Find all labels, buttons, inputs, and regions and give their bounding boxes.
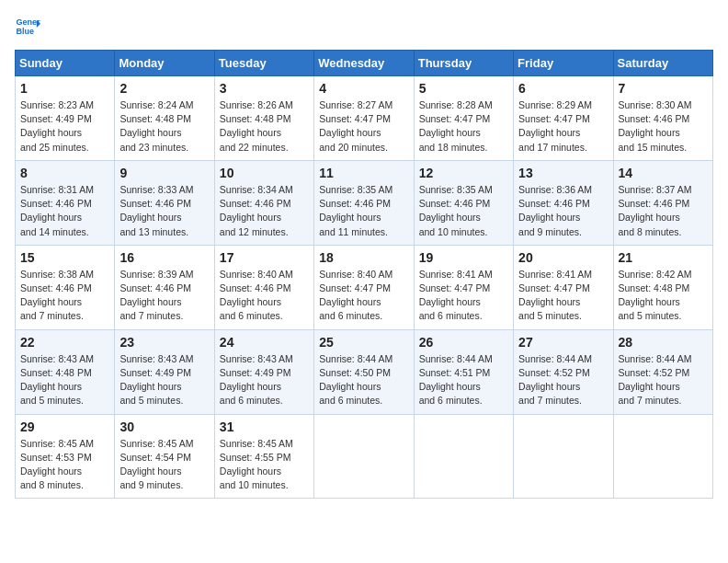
calendar-header-sunday: Sunday — [16, 51, 115, 76]
calendar-cell: 14Sunrise: 8:37 AMSunset: 4:46 PMDayligh… — [613, 160, 712, 245]
calendar-cell: 7Sunrise: 8:30 AMSunset: 4:46 PMDaylight… — [613, 76, 712, 161]
day-number: 21 — [619, 250, 708, 265]
calendar-table: SundayMondayTuesdayWednesdayThursdayFrid… — [15, 50, 713, 499]
day-number: 28 — [619, 335, 708, 350]
calendar-cell: 1Sunrise: 8:23 AMSunset: 4:49 PMDaylight… — [16, 76, 115, 161]
calendar-cell: 6Sunrise: 8:29 AMSunset: 4:47 PMDaylight… — [514, 76, 613, 161]
day-number: 6 — [518, 81, 608, 96]
calendar-cell: 28Sunrise: 8:44 AMSunset: 4:52 PMDayligh… — [613, 329, 712, 414]
calendar-cell: 22Sunrise: 8:43 AMSunset: 4:48 PMDayligh… — [16, 329, 115, 414]
day-info: Sunrise: 8:44 AMSunset: 4:52 PMDaylight … — [619, 352, 708, 408]
day-number: 9 — [119, 166, 209, 180]
calendar-cell: 18Sunrise: 8:40 AMSunset: 4:47 PMDayligh… — [314, 245, 414, 329]
calendar-cell: 8Sunrise: 8:31 AMSunset: 4:46 PMDaylight… — [16, 160, 115, 245]
day-info: Sunrise: 8:34 AMSunset: 4:46 PMDaylight … — [220, 183, 309, 239]
logo: General Blue — [15, 15, 44, 40]
calendar-cell: 5Sunrise: 8:28 AMSunset: 4:47 PMDaylight… — [414, 76, 513, 161]
calendar-week-row: 29Sunrise: 8:45 AMSunset: 4:53 PMDayligh… — [16, 414, 713, 499]
day-info: Sunrise: 8:35 AMSunset: 4:46 PMDaylight … — [319, 183, 408, 239]
calendar-cell — [514, 414, 613, 499]
calendar-cell: 27Sunrise: 8:44 AMSunset: 4:52 PMDayligh… — [514, 329, 613, 414]
day-number: 30 — [119, 419, 209, 434]
day-number: 24 — [220, 335, 309, 350]
day-number: 31 — [220, 419, 309, 434]
calendar-cell: 2Sunrise: 8:24 AMSunset: 4:48 PMDaylight… — [115, 76, 214, 161]
calendar-cell: 9Sunrise: 8:33 AMSunset: 4:46 PMDaylight… — [115, 160, 214, 245]
calendar-cell: 16Sunrise: 8:39 AMSunset: 4:46 PMDayligh… — [115, 245, 214, 329]
day-info: Sunrise: 8:44 AMSunset: 4:50 PMDaylight … — [319, 352, 408, 408]
day-info: Sunrise: 8:24 AMSunset: 4:48 PMDaylight … — [119, 98, 209, 155]
day-info: Sunrise: 8:42 AMSunset: 4:48 PMDaylight … — [619, 268, 708, 324]
day-info: Sunrise: 8:27 AMSunset: 4:47 PMDaylight … — [319, 98, 408, 155]
day-info: Sunrise: 8:43 AMSunset: 4:49 PMDaylight … — [119, 352, 209, 408]
day-number: 3 — [220, 81, 309, 96]
calendar-cell: 15Sunrise: 8:38 AMSunset: 4:46 PMDayligh… — [16, 245, 115, 329]
calendar-header-tuesday: Tuesday — [214, 51, 313, 76]
day-info: Sunrise: 8:28 AMSunset: 4:47 PMDaylight … — [419, 98, 508, 155]
calendar-cell: 12Sunrise: 8:35 AMSunset: 4:46 PMDayligh… — [414, 160, 513, 245]
calendar-week-row: 1Sunrise: 8:23 AMSunset: 4:49 PMDaylight… — [16, 76, 713, 161]
day-number: 17 — [220, 250, 309, 265]
calendar-header-row: SundayMondayTuesdayWednesdayThursdayFrid… — [16, 51, 713, 76]
day-info: Sunrise: 8:37 AMSunset: 4:46 PMDaylight … — [619, 183, 708, 239]
calendar-cell: 17Sunrise: 8:40 AMSunset: 4:46 PMDayligh… — [214, 245, 313, 329]
day-number: 25 — [319, 335, 408, 350]
calendar-cell: 25Sunrise: 8:44 AMSunset: 4:50 PMDayligh… — [314, 329, 414, 414]
calendar-cell: 24Sunrise: 8:43 AMSunset: 4:49 PMDayligh… — [214, 329, 313, 414]
calendar-cell: 13Sunrise: 8:36 AMSunset: 4:46 PMDayligh… — [514, 160, 613, 245]
calendar-header-monday: Monday — [115, 51, 214, 76]
calendar-cell — [613, 414, 712, 499]
day-info: Sunrise: 8:29 AMSunset: 4:47 PMDaylight … — [518, 98, 608, 155]
day-number: 16 — [119, 250, 209, 265]
day-number: 14 — [619, 166, 708, 180]
day-number: 4 — [319, 81, 408, 96]
calendar-cell: 11Sunrise: 8:35 AMSunset: 4:46 PMDayligh… — [314, 160, 414, 245]
calendar-cell: 3Sunrise: 8:26 AMSunset: 4:48 PMDaylight… — [214, 76, 313, 161]
day-info: Sunrise: 8:36 AMSunset: 4:46 PMDaylight … — [518, 183, 608, 239]
day-info: Sunrise: 8:38 AMSunset: 4:46 PMDaylight … — [20, 268, 109, 324]
svg-text:Blue: Blue — [16, 27, 34, 36]
day-info: Sunrise: 8:30 AMSunset: 4:46 PMDaylight … — [619, 98, 708, 155]
day-info: Sunrise: 8:26 AMSunset: 4:48 PMDaylight … — [220, 98, 309, 155]
day-info: Sunrise: 8:43 AMSunset: 4:48 PMDaylight … — [20, 352, 109, 408]
day-number: 19 — [419, 250, 508, 265]
calendar-cell: 20Sunrise: 8:41 AMSunset: 4:47 PMDayligh… — [514, 245, 613, 329]
calendar-cell: 31Sunrise: 8:45 AMSunset: 4:55 PMDayligh… — [214, 414, 313, 499]
calendar-header-wednesday: Wednesday — [314, 51, 414, 76]
calendar-header-saturday: Saturday — [613, 51, 712, 76]
day-number: 8 — [20, 166, 109, 180]
day-number: 18 — [319, 250, 408, 265]
day-number: 11 — [319, 166, 408, 180]
calendar-week-row: 15Sunrise: 8:38 AMSunset: 4:46 PMDayligh… — [16, 245, 713, 329]
calendar-cell: 23Sunrise: 8:43 AMSunset: 4:49 PMDayligh… — [115, 329, 214, 414]
day-info: Sunrise: 8:45 AMSunset: 4:53 PMDaylight … — [20, 437, 109, 493]
calendar-cell: 26Sunrise: 8:44 AMSunset: 4:51 PMDayligh… — [414, 329, 513, 414]
calendar-header-friday: Friday — [514, 51, 613, 76]
day-number: 20 — [518, 250, 608, 265]
calendar-week-row: 8Sunrise: 8:31 AMSunset: 4:46 PMDaylight… — [16, 160, 713, 245]
day-info: Sunrise: 8:31 AMSunset: 4:46 PMDaylight … — [20, 183, 109, 239]
day-info: Sunrise: 8:33 AMSunset: 4:46 PMDaylight … — [119, 183, 209, 239]
calendar-header-thursday: Thursday — [414, 51, 513, 76]
day-info: Sunrise: 8:45 AMSunset: 4:55 PMDaylight … — [220, 437, 309, 493]
day-info: Sunrise: 8:40 AMSunset: 4:46 PMDaylight … — [220, 268, 309, 324]
day-info: Sunrise: 8:39 AMSunset: 4:46 PMDaylight … — [119, 268, 209, 324]
day-number: 22 — [20, 335, 109, 350]
day-info: Sunrise: 8:40 AMSunset: 4:47 PMDaylight … — [319, 268, 408, 324]
day-info: Sunrise: 8:23 AMSunset: 4:49 PMDaylight … — [20, 98, 109, 155]
day-number: 23 — [119, 335, 209, 350]
calendar-cell: 4Sunrise: 8:27 AMSunset: 4:47 PMDaylight… — [314, 76, 414, 161]
calendar-cell — [414, 414, 513, 499]
logo-icon: General Blue — [15, 15, 40, 40]
day-info: Sunrise: 8:45 AMSunset: 4:54 PMDaylight … — [119, 437, 209, 493]
day-info: Sunrise: 8:41 AMSunset: 4:47 PMDaylight … — [419, 268, 508, 324]
day-number: 2 — [119, 81, 209, 96]
calendar-cell — [314, 414, 414, 499]
day-number: 12 — [419, 166, 508, 180]
page-header: General Blue — [15, 15, 713, 40]
day-info: Sunrise: 8:44 AMSunset: 4:51 PMDaylight … — [419, 352, 508, 408]
day-info: Sunrise: 8:41 AMSunset: 4:47 PMDaylight … — [518, 268, 608, 324]
calendar-cell: 30Sunrise: 8:45 AMSunset: 4:54 PMDayligh… — [115, 414, 214, 499]
calendar-cell: 10Sunrise: 8:34 AMSunset: 4:46 PMDayligh… — [214, 160, 313, 245]
day-info: Sunrise: 8:35 AMSunset: 4:46 PMDaylight … — [419, 183, 508, 239]
